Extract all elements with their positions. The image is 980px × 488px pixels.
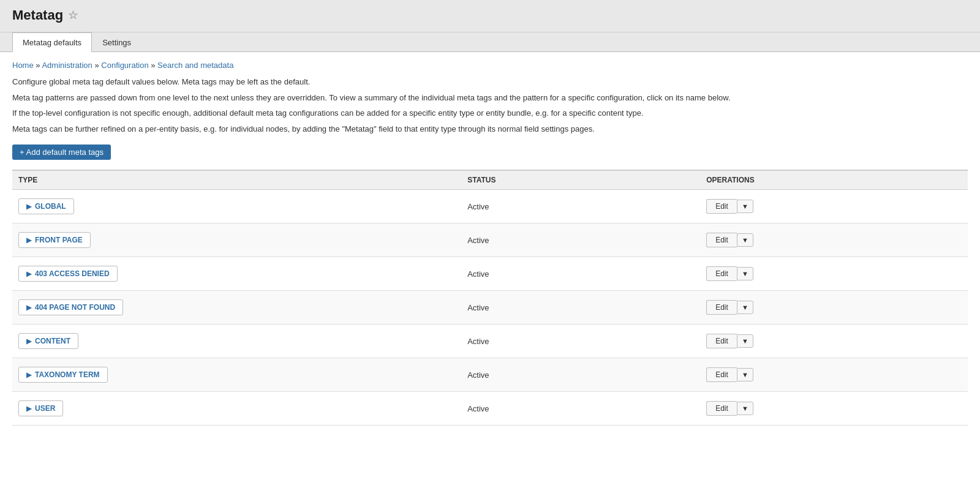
breadcrumb-administration[interactable]: Administration bbox=[42, 61, 92, 70]
edit-dropdown-button-global[interactable]: ▼ bbox=[737, 200, 753, 213]
edit-button-global[interactable]: Edit bbox=[706, 199, 737, 214]
add-default-meta-tags-button[interactable]: + Add default meta tags bbox=[12, 145, 111, 160]
edit-dropdown-button-user[interactable]: ▼ bbox=[737, 402, 753, 415]
dropdown-chevron-icon: ▼ bbox=[742, 270, 748, 277]
status-badge: Active bbox=[467, 404, 489, 413]
expand-arrow-icon: ▶ bbox=[26, 405, 31, 412]
description-2: Meta tag patterns are passed down from o… bbox=[12, 92, 968, 104]
edit-button-user[interactable]: Edit bbox=[706, 401, 737, 416]
status-badge: Active bbox=[467, 269, 489, 279]
type-cell: ▶403 ACCESS DENIED bbox=[12, 257, 461, 291]
main-content: Home » Administration » Configuration » … bbox=[0, 52, 980, 438]
type-button-taxonomy-term[interactable]: ▶TAXONOMY TERM bbox=[18, 367, 108, 383]
edit-dropdown-button-404-page-not-found[interactable]: ▼ bbox=[737, 301, 753, 314]
dropdown-chevron-icon: ▼ bbox=[742, 371, 748, 378]
type-cell: ▶CONTENT bbox=[12, 325, 461, 358]
edit-button-front-page[interactable]: Edit bbox=[706, 233, 737, 247]
dropdown-chevron-icon: ▼ bbox=[742, 337, 748, 345]
status-cell: Active bbox=[461, 190, 700, 223]
operations-group: Edit▼ bbox=[706, 367, 962, 382]
status-badge: Active bbox=[467, 236, 489, 245]
dropdown-chevron-icon: ▼ bbox=[742, 203, 748, 210]
col-header-status: STATUS bbox=[461, 170, 700, 190]
type-button-403-access-denied[interactable]: ▶403 ACCESS DENIED bbox=[18, 266, 118, 282]
edit-button-taxonomy-term[interactable]: Edit bbox=[706, 367, 737, 382]
title-text: Metatag bbox=[12, 7, 63, 23]
dropdown-chevron-icon: ▼ bbox=[742, 405, 748, 412]
type-button-user[interactable]: ▶USER bbox=[18, 400, 63, 416]
type-cell: ▶GLOBAL bbox=[12, 190, 461, 223]
edit-dropdown-button-front-page[interactable]: ▼ bbox=[737, 233, 753, 247]
description-4: Meta tags can be further refined on a pe… bbox=[12, 123, 968, 135]
breadcrumb-sep-2: » bbox=[94, 61, 101, 70]
expand-arrow-icon: ▶ bbox=[26, 203, 31, 210]
status-badge: Active bbox=[467, 303, 489, 312]
breadcrumb-sep-1: » bbox=[36, 61, 42, 70]
table-row: ▶TAXONOMY TERMActiveEdit▼ bbox=[12, 358, 968, 392]
operations-group: Edit▼ bbox=[706, 199, 962, 214]
edit-dropdown-button-content[interactable]: ▼ bbox=[737, 334, 753, 348]
operations-cell: Edit▼ bbox=[700, 257, 968, 291]
expand-arrow-icon: ▶ bbox=[26, 236, 31, 244]
edit-dropdown-button-taxonomy-term[interactable]: ▼ bbox=[737, 368, 753, 381]
expand-arrow-icon: ▶ bbox=[26, 337, 31, 345]
tab-metatag-defaults[interactable]: Metatag defaults bbox=[12, 32, 92, 52]
table-row: ▶CONTENTActiveEdit▼ bbox=[12, 325, 968, 358]
operations-cell: Edit▼ bbox=[700, 291, 968, 325]
status-badge: Active bbox=[467, 337, 489, 346]
table-row: ▶FRONT PAGEActiveEdit▼ bbox=[12, 223, 968, 257]
tabs-bar: Metatag defaults Settings bbox=[0, 32, 980, 52]
page-title: Metatag ☆ bbox=[12, 7, 968, 23]
operations-group: Edit▼ bbox=[706, 233, 962, 247]
breadcrumb-configuration[interactable]: Configuration bbox=[101, 61, 148, 70]
table-row: ▶404 PAGE NOT FOUNDActiveEdit▼ bbox=[12, 291, 968, 325]
operations-group: Edit▼ bbox=[706, 401, 962, 416]
type-cell: ▶FRONT PAGE bbox=[12, 223, 461, 257]
edit-button-404-page-not-found[interactable]: Edit bbox=[706, 300, 737, 315]
type-cell: ▶USER bbox=[12, 392, 461, 426]
breadcrumb-home[interactable]: Home bbox=[12, 61, 34, 70]
type-button-404-page-not-found[interactable]: ▶404 PAGE NOT FOUND bbox=[18, 299, 123, 315]
type-cell: ▶404 PAGE NOT FOUND bbox=[12, 291, 461, 325]
operations-group: Edit▼ bbox=[706, 334, 962, 348]
expand-arrow-icon: ▶ bbox=[26, 304, 31, 311]
operations-cell: Edit▼ bbox=[700, 392, 968, 426]
status-cell: Active bbox=[461, 223, 700, 257]
status-badge: Active bbox=[467, 370, 489, 380]
edit-button-content[interactable]: Edit bbox=[706, 334, 737, 348]
table-row: ▶403 ACCESS DENIEDActiveEdit▼ bbox=[12, 257, 968, 291]
operations-cell: Edit▼ bbox=[700, 190, 968, 223]
status-cell: Active bbox=[461, 358, 700, 392]
table-row: ▶USERActiveEdit▼ bbox=[12, 392, 968, 426]
type-button-front-page[interactable]: ▶FRONT PAGE bbox=[18, 232, 91, 248]
dropdown-chevron-icon: ▼ bbox=[742, 304, 748, 311]
operations-cell: Edit▼ bbox=[700, 325, 968, 358]
type-button-content[interactable]: ▶CONTENT bbox=[18, 333, 78, 349]
expand-arrow-icon: ▶ bbox=[26, 371, 31, 378]
type-cell: ▶TAXONOMY TERM bbox=[12, 358, 461, 392]
status-cell: Active bbox=[461, 257, 700, 291]
status-cell: Active bbox=[461, 392, 700, 426]
col-header-operations: OPERATIONS bbox=[700, 170, 968, 190]
col-header-type: TYPE bbox=[12, 170, 461, 190]
operations-cell: Edit▼ bbox=[700, 358, 968, 392]
tab-settings[interactable]: Settings bbox=[92, 32, 141, 52]
type-button-global[interactable]: ▶GLOBAL bbox=[18, 198, 74, 214]
edit-dropdown-button-403-access-denied[interactable]: ▼ bbox=[737, 267, 753, 280]
expand-arrow-icon: ▶ bbox=[26, 270, 31, 277]
status-cell: Active bbox=[461, 291, 700, 325]
page-header: Metatag ☆ bbox=[0, 0, 980, 32]
dropdown-chevron-icon: ▼ bbox=[742, 236, 748, 244]
favorite-star-icon[interactable]: ☆ bbox=[68, 9, 78, 22]
operations-group: Edit▼ bbox=[706, 266, 962, 281]
description-3: If the top-level configuration is not sp… bbox=[12, 107, 968, 119]
edit-button-403-access-denied[interactable]: Edit bbox=[706, 266, 737, 281]
breadcrumb-sep-3: » bbox=[151, 61, 157, 70]
status-cell: Active bbox=[461, 325, 700, 358]
table-header-row: TYPE STATUS OPERATIONS bbox=[12, 170, 968, 190]
table-row: ▶GLOBALActiveEdit▼ bbox=[12, 190, 968, 223]
breadcrumb-search-metadata[interactable]: Search and metadata bbox=[157, 61, 233, 70]
operations-cell: Edit▼ bbox=[700, 223, 968, 257]
status-badge: Active bbox=[467, 202, 489, 211]
metatag-table: TYPE STATUS OPERATIONS ▶GLOBALActiveEdit… bbox=[12, 170, 968, 426]
